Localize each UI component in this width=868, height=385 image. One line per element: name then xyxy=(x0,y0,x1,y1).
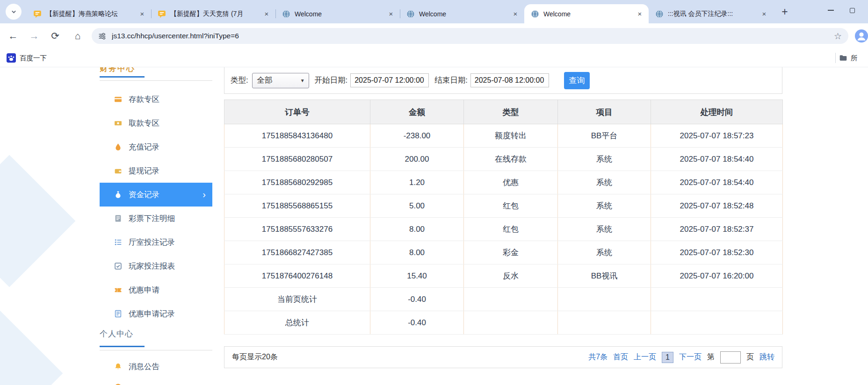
sidebar-item[interactable]: 优惠申请记录 xyxy=(100,302,212,326)
tab-title: 【新提醒】天天竞猜 (7月 xyxy=(170,10,260,18)
tab-close-icon[interactable]: × xyxy=(760,10,768,18)
type-select[interactable]: 全部 ▼ xyxy=(252,73,309,88)
maximize-button[interactable] xyxy=(841,0,863,21)
jump-link[interactable]: 跳转 xyxy=(760,352,774,362)
query-button[interactable]: 查询 xyxy=(564,72,590,89)
browser-tab[interactable]: 【新提醒】海燕策略论坛× xyxy=(27,4,151,23)
tab-bar: 【新提醒】海燕策略论坛×【新提醒】天天竞猜 (7月×Welcome×Welcom… xyxy=(0,0,868,23)
table-header-row: 订单号金额类型项目处理时间 xyxy=(224,100,783,124)
minimize-button[interactable] xyxy=(820,0,841,21)
table-cell: 8.00 xyxy=(370,241,464,264)
table-row: 1751885680280507200.00在线存款系统2025-07-07 1… xyxy=(224,148,783,171)
sidebar-item-label: 提现记录 xyxy=(129,166,159,176)
decorative-shape xyxy=(0,311,63,385)
tab-close-icon[interactable]: × xyxy=(511,10,520,18)
lottery-detail-icon xyxy=(114,214,122,222)
browser-tab[interactable]: Welcome× xyxy=(275,4,400,23)
home-button[interactable]: ⌂ xyxy=(70,30,85,42)
start-date-input[interactable] xyxy=(350,73,429,87)
sidebar-item-label: 取款专区 xyxy=(129,118,159,128)
divider xyxy=(100,80,212,81)
sidebar-item-label: 优惠申请 xyxy=(129,285,159,295)
table-row: 1751885843136480-238.00额度转出BB平台2025-07-0… xyxy=(224,124,783,148)
end-date-label: 结束日期: xyxy=(434,75,468,86)
sidebar-item-label: 消息公告 xyxy=(129,362,159,372)
table-cell xyxy=(651,311,783,335)
column-header: 处理时间 xyxy=(651,100,783,124)
next-page-link[interactable]: 下一页 xyxy=(679,352,702,362)
sidebar-item[interactable]: 充值记录 xyxy=(100,135,212,159)
table-cell: 2025-07-07 18:52:48 xyxy=(651,194,783,218)
divider xyxy=(835,53,836,63)
bookmark-baidu[interactable]: 百度一下 xyxy=(7,52,47,64)
table-row: 17518855576332768.00红包系统2025-07-07 18:52… xyxy=(224,218,783,241)
sidebar-item-label: 玩家投注报表 xyxy=(129,261,175,271)
type-select-value: 全部 xyxy=(257,75,273,86)
table-cell: 1751885680292985 xyxy=(224,171,370,194)
section-finance-title: 财务中心 xyxy=(100,67,212,73)
start-date-label: 开始日期: xyxy=(315,75,348,86)
tab-title: Welcome xyxy=(543,10,633,18)
forum-icon xyxy=(158,10,166,18)
sidebar-item-partial[interactable] xyxy=(100,383,212,385)
browser-tab[interactable]: :::视讯 会员下注纪录:::× xyxy=(649,4,773,23)
browser-tab[interactable]: 【新提醒】天天竞猜 (7月× xyxy=(151,4,275,23)
promo-apply-icon xyxy=(114,286,122,294)
prev-page-link[interactable]: 上一页 xyxy=(634,352,656,362)
table-cell: 1751876400276148 xyxy=(224,264,370,288)
pagination-bar: 每页显示20条 共7条 首页 上一页 1 下一页 第 页 跳转 xyxy=(224,346,782,368)
bookmark-label: 百度一下 xyxy=(20,54,47,63)
globe-icon xyxy=(531,10,539,18)
tab-title: Welcome xyxy=(295,10,384,18)
address-bar[interactable]: js13.cc/hhcp/usercenter.html?iniType=6 ☆ xyxy=(92,28,848,44)
browser-window: 【新提醒】海燕策略论坛×【新提醒】天天竞猜 (7月×Welcome×Welcom… xyxy=(0,0,868,385)
player-report-icon xyxy=(114,262,122,270)
table-cell: 2025-07-07 18:52:37 xyxy=(651,218,783,241)
table-cell: 在线存款 xyxy=(464,148,558,171)
table-row: 17518856802929851.20优惠系统2025-07-07 18:54… xyxy=(224,171,783,194)
current-page[interactable]: 1 xyxy=(662,352,673,363)
reload-button[interactable]: ⟳ xyxy=(48,30,63,42)
site-settings-icon[interactable] xyxy=(98,32,106,40)
sidebar-item[interactable]: 消息公告 xyxy=(100,355,212,378)
page-number-input[interactable] xyxy=(720,351,741,364)
jump-label-pre: 第 xyxy=(707,352,715,362)
new-tab-button[interactable]: + xyxy=(778,5,791,18)
sidebar-item[interactable]: 厅室投注记录 xyxy=(100,230,212,254)
sidebar-item[interactable]: 提现记录 xyxy=(100,159,212,183)
chevron-right-icon: › xyxy=(203,189,206,200)
section-underline xyxy=(100,346,145,347)
table-cell: 2025-07-07 18:54:40 xyxy=(651,171,783,194)
tab-close-icon[interactable]: × xyxy=(138,10,146,18)
sidebar-item[interactable]: 玩家投注报表 xyxy=(100,254,212,278)
sidebar-item[interactable]: 资金记录› xyxy=(100,183,212,207)
tab-search-button[interactable] xyxy=(6,4,22,20)
all-bookmarks-button[interactable]: 所 xyxy=(835,52,868,64)
forward-button[interactable]: → xyxy=(27,30,42,42)
globe-icon xyxy=(282,10,290,18)
profile-avatar[interactable] xyxy=(855,29,868,43)
sidebar-item[interactable]: 优惠申请 xyxy=(100,278,212,302)
tab-close-icon[interactable]: × xyxy=(262,10,271,18)
total-count: 共7条 xyxy=(588,352,608,362)
browser-tab[interactable]: Welcome× xyxy=(400,4,524,23)
end-date-input[interactable] xyxy=(470,73,549,87)
bookmark-star-icon[interactable]: ☆ xyxy=(834,31,842,42)
sidebar-item-label: 彩票下注明细 xyxy=(129,214,175,224)
tab-close-icon[interactable]: × xyxy=(387,10,395,18)
table-cell xyxy=(464,311,558,335)
funds-icon xyxy=(114,191,122,199)
sidebar-item[interactable]: 彩票下注明细 xyxy=(100,207,212,230)
tab-close-icon[interactable]: × xyxy=(636,10,644,18)
table-cell: 红包 xyxy=(464,218,558,241)
sidebar-item-label: 厅室投注记录 xyxy=(129,237,175,248)
sidebar-item[interactable]: 取款专区 xyxy=(100,111,212,135)
sidebar-item-label: 存款专区 xyxy=(129,94,159,105)
first-page-link[interactable]: 首页 xyxy=(613,352,628,362)
back-button[interactable]: ← xyxy=(6,30,21,42)
browser-tab[interactable]: Welcome× xyxy=(524,4,649,23)
table-cell: 系统 xyxy=(558,218,651,241)
table-cell xyxy=(651,288,783,311)
table-cell: 系统 xyxy=(558,241,651,264)
sidebar-item[interactable]: 存款专区 xyxy=(100,87,212,111)
